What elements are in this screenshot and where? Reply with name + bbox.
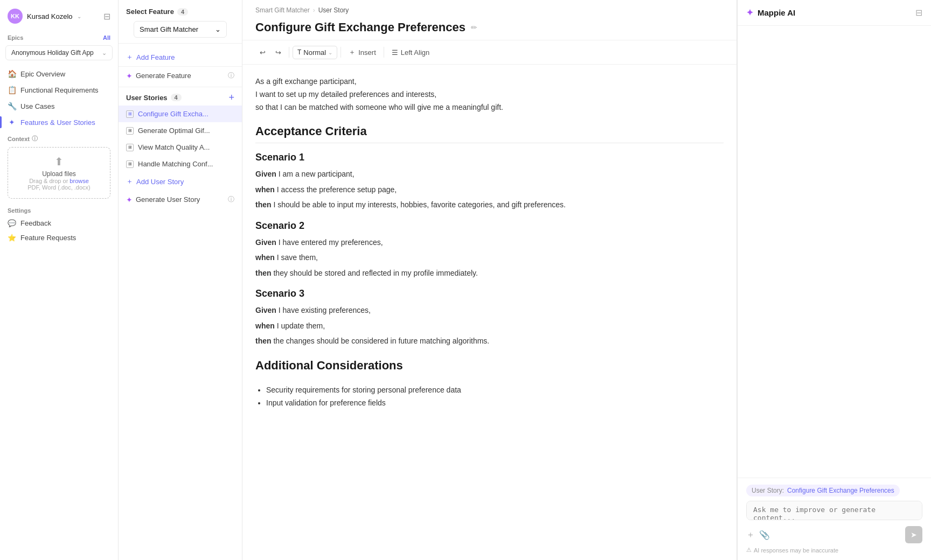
breadcrumb-parent: Smart Gift Matcher xyxy=(255,6,310,14)
features-header: Select Feature 4 Smart Gift Matcher ⌄ xyxy=(119,0,242,44)
avatar: KK xyxy=(8,9,23,24)
generate-user-story-icon: ✦ xyxy=(126,195,133,204)
content-body: As a gift exchange participant, I want t… xyxy=(242,65,737,560)
intro-line-2: I want to set up my detailed preferences… xyxy=(255,88,724,101)
list-icon: 📋 xyxy=(8,86,16,94)
feature-requests-icon: ⭐ xyxy=(8,234,16,242)
toolbar-divider-3 xyxy=(384,47,384,58)
feedback-label: Feedback xyxy=(20,219,51,227)
ai-title-text: Mappie AI xyxy=(758,8,795,17)
scenario-1-then: then I should be able to input my intere… xyxy=(255,198,724,212)
story-icon-2: ⊞ xyxy=(126,127,134,135)
toolbar-divider-1 xyxy=(289,47,289,58)
insert-button[interactable]: ＋ Insert xyxy=(344,45,380,60)
generate-user-story-info-icon: ⓘ xyxy=(228,195,234,204)
ai-input[interactable] xyxy=(746,501,922,520)
plus-icon: ＋ xyxy=(126,52,133,62)
scenario-3-heading: Scenario 3 xyxy=(255,288,724,299)
upload-formats: PDF, Word (.doc, .docx) xyxy=(13,184,105,191)
sidebar-item-functional-requirements[interactable]: 📋 Functional Requirements xyxy=(0,82,118,98)
toolbar-divider-2 xyxy=(341,47,341,58)
sidebar-item-features-user-stories[interactable]: ✦ Features & User Stories xyxy=(0,114,118,130)
star-icon: ✦ xyxy=(8,118,16,127)
story-text-2: Generate Optimal Gif... xyxy=(138,127,210,135)
sidebar-item-label: Features & User Stories xyxy=(20,118,95,127)
scenario-3-when: when I update them, xyxy=(255,319,724,333)
generate-info-icon: ⓘ xyxy=(228,71,234,80)
disclaimer-text: AI responses may be inaccurate xyxy=(754,547,838,554)
context-section: Context ⓘ ⬆ Upload files Drag & drop or … xyxy=(0,130,118,203)
breadcrumb-current: User Story xyxy=(318,6,349,14)
ai-send-button[interactable]: ➤ xyxy=(905,526,922,543)
add-user-story-plus-icon: ＋ xyxy=(126,177,133,186)
context-label: Context ⓘ xyxy=(8,135,110,143)
upload-box[interactable]: ⬆ Upload files Drag & drop or browse PDF… xyxy=(8,147,110,199)
redo-button[interactable]: ↪ xyxy=(271,46,286,59)
page-title: Configure Gift Exchange Preferences xyxy=(255,20,466,34)
feedback-icon: 💬 xyxy=(8,219,16,227)
story-text-3: View Match Quality A... xyxy=(138,143,210,151)
edit-title-icon[interactable]: ✏ xyxy=(471,23,477,32)
bullet-2: Input validation for preference fields xyxy=(266,396,724,410)
sidebar-item-feedback[interactable]: 💬 Feedback xyxy=(8,216,110,230)
epic-selector[interactable]: Anonymous Holiday Gift App ⌄ xyxy=(5,45,113,60)
format-dropdown[interactable]: T Normal ⌄ xyxy=(293,46,337,59)
story-item-4[interactable]: ⊞ Handle Matching Conf... xyxy=(119,156,242,172)
intro-line-1: As a gift exchange participant, xyxy=(255,75,724,88)
scenario-2-given: Given I have entered my preferences, xyxy=(255,236,724,249)
ai-context-value: Configure Gift Exchange Preferences xyxy=(787,487,894,494)
sidebar-item-label: Epic Overview xyxy=(20,70,65,78)
sidebar-toggle-icon[interactable]: ⊟ xyxy=(103,11,110,22)
sidebar-item-feature-requests[interactable]: ⭐ Feature Requests xyxy=(8,230,110,245)
feature-requests-label: Feature Requests xyxy=(20,234,76,242)
ai-context-tag: User Story: Configure Gift Exchange Pref… xyxy=(746,485,900,496)
format-icon: T xyxy=(297,48,301,56)
ai-body xyxy=(738,26,931,478)
align-button[interactable]: ☰ Left Align xyxy=(387,46,434,59)
bullet-1: Security requirements for storing person… xyxy=(266,383,724,397)
breadcrumb: Smart Gift Matcher › User Story xyxy=(242,0,737,18)
sidebar-item-use-cases[interactable]: 🔧 Use Cases xyxy=(0,98,118,114)
generate-feature-button[interactable]: ✦ Generate Feature ⓘ xyxy=(119,67,242,87)
format-label: Normal xyxy=(303,48,326,57)
story-text-4: Handle Matching Conf... xyxy=(138,160,213,168)
epics-all-link[interactable]: All xyxy=(103,34,110,41)
ai-plus-button[interactable]: ＋ xyxy=(746,529,755,541)
user-chevron-icon[interactable]: ⌄ xyxy=(77,13,81,19)
align-icon: ☰ xyxy=(392,48,398,57)
left-sidebar: KK Kursad Kozelo ⌄ ⊟ Epics All Anonymous… xyxy=(0,0,119,560)
format-arrow-icon: ⌄ xyxy=(328,50,332,55)
feature-selector[interactable]: Smart Gift Matcher ⌄ xyxy=(134,21,227,38)
generate-user-story-button[interactable]: ✦ Generate User Story ⓘ xyxy=(119,191,242,208)
add-user-story-label: Add User Story xyxy=(136,178,184,186)
undo-button[interactable]: ↩ xyxy=(255,46,270,59)
context-info-icon: ⓘ xyxy=(32,135,38,143)
features-title: Select Feature 4 xyxy=(126,8,234,16)
additional-bullets: Security requirements for storing person… xyxy=(266,383,724,410)
story-item-1[interactable]: ⊞ Configure Gift Excha... xyxy=(119,106,242,122)
add-user-story-button[interactable]: ＋ Add User Story xyxy=(119,172,242,191)
warning-icon: ⚠ xyxy=(746,547,752,554)
ai-panel-toggle-icon[interactable]: ⊟ xyxy=(915,8,922,18)
sidebar-item-label: Use Cases xyxy=(20,102,55,110)
ai-sparkle-icon: ✦ xyxy=(746,8,753,18)
acceptance-criteria-heading: Acceptance Criteria xyxy=(255,124,724,143)
main-content: Smart Gift Matcher › User Story Configur… xyxy=(242,0,737,560)
epic-selector-value: Anonymous Holiday Gift App xyxy=(11,49,94,57)
story-item-3[interactable]: ⊞ View Match Quality A... xyxy=(119,139,242,156)
ai-input-toolbar: ＋ 📎 ➤ xyxy=(746,522,922,543)
add-story-button[interactable]: + xyxy=(228,93,234,102)
scenario-1-when: when I access the preference setup page, xyxy=(255,183,724,197)
add-feature-button[interactable]: ＋ Add Feature xyxy=(119,48,242,67)
sidebar-item-label: Functional Requirements xyxy=(20,86,99,94)
features-panel: Select Feature 4 Smart Gift Matcher ⌄ ＋ … xyxy=(119,0,242,560)
story-item-2[interactable]: ⊞ Generate Optimal Gif... xyxy=(119,122,242,139)
browse-link[interactable]: browse xyxy=(70,178,88,184)
upload-sub: Drag & drop or browse xyxy=(13,178,105,184)
sidebar-item-epic-overview[interactable]: 🏠 Epic Overview xyxy=(0,66,118,82)
upload-icon: ⬆ xyxy=(13,155,105,168)
scenario-1-given: Given I am a new participant, xyxy=(255,167,724,181)
scenario-2-then: then they should be stored and reflected… xyxy=(255,267,724,280)
settings-section: Settings 💬 Feedback ⭐ Feature Requests xyxy=(0,203,118,249)
ai-attach-button[interactable]: 📎 xyxy=(759,530,770,540)
